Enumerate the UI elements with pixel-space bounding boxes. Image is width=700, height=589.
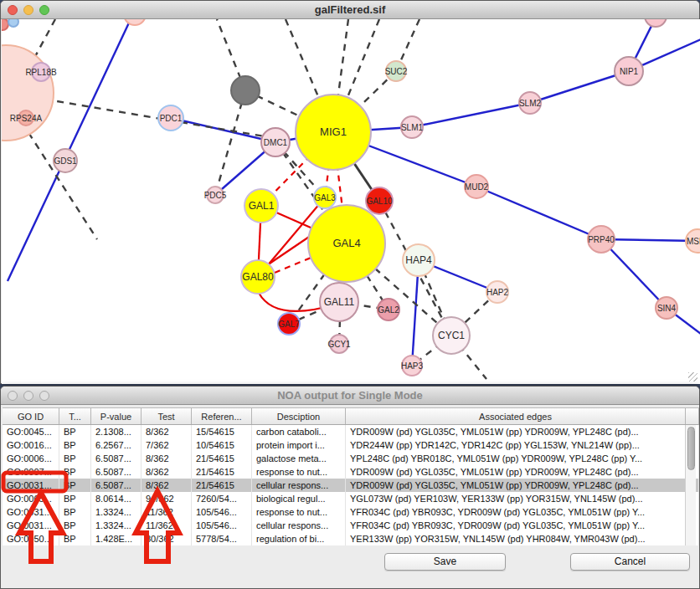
table-cell: GO:0031... [3, 479, 59, 492]
results-table-header: GO IDT...P-valueTestReferen...Desciption… [3, 407, 699, 425]
table-row[interactable]: GO:0006...BP6.5087...8/36221/54615galact… [3, 452, 699, 465]
node-label-GAL7: GAL7 [278, 320, 300, 329]
table-row[interactable]: GO:0031...BP1.3324...11/362105/546...res… [3, 505, 699, 519]
node-label-GAL10: GAL10 [366, 197, 393, 206]
node-unlabeled[interactable] [2, 45, 54, 141]
table-cell: GO:0006... [3, 452, 59, 465]
node-label-GCY1: GCY1 [327, 340, 351, 349]
table-cell: GO:0016... [3, 438, 59, 452]
edge-pp[interactable] [530, 71, 629, 103]
table-cell: 6.5087... [91, 465, 142, 479]
table-cell: 8/362 [142, 479, 192, 492]
noa-output-window: NOA output for Single Mode GO IDT...P-va… [0, 386, 700, 589]
node-label-SUC2: SUC2 [385, 67, 408, 76]
table-cell: 1.3324... [91, 519, 142, 532]
table-cell: BP [59, 492, 91, 505]
table-cell: BP [59, 438, 91, 452]
table-cell: cellular respons... [252, 519, 346, 532]
table-row[interactable]: GO:0007...BP6.5087...8/36221/54615respon… [3, 465, 699, 479]
column-header-Test[interactable]: Test [142, 408, 192, 424]
edge-pp[interactable] [476, 187, 601, 239]
column-header-Desciption[interactable]: Desciption [252, 408, 346, 424]
node-label-NIP1: NIP1 [620, 67, 639, 76]
table-row[interactable]: GO:0016...BP6.2567...7/36210/54615protei… [3, 438, 699, 452]
table-cell: 94/362 [142, 492, 192, 505]
column-header-scroll[interactable] [686, 408, 699, 424]
table-cell: 8/362 [142, 465, 192, 479]
column-header-T...[interactable]: T... [59, 408, 91, 424]
table-cell: YFR034C (pd) YBR093C, YDR009W (pd) YGL03… [346, 519, 686, 532]
table-cell: 80/362 [142, 532, 192, 545]
node-label-PDC5: PDC5 [204, 191, 227, 200]
edge-pp[interactable] [601, 239, 697, 241]
table-cell: carbon cataboli... [252, 425, 346, 438]
table-row[interactable]: GO:0031...BP6.5087...8/36221/54615cellul… [3, 479, 699, 492]
table-cell: BP [59, 452, 91, 465]
node-label-MUD2: MUD2 [465, 182, 489, 192]
table-cell: biological regul... [252, 492, 346, 505]
node-label-SLM1: SLM1 [401, 123, 424, 132]
node-unlabeled[interactable] [231, 76, 260, 105]
table-cell: 2.1308... [91, 425, 142, 438]
cancel-button[interactable]: Cancel [570, 553, 690, 571]
node-label-PRP40: PRP40 [588, 235, 615, 244]
table-cell: YER133W (pp) YOR315W, YNL145W (pd) YHR08… [346, 532, 686, 545]
results-table: GO:0045...BP2.1308...8/36215/54615carbon… [3, 425, 699, 545]
table-cell: YDR244W (pp) YDR142C, YDR142C (pp) YGL15… [346, 438, 686, 452]
node-label-GAL3: GAL3 [314, 193, 336, 202]
column-header-P-value[interactable]: P-value [91, 408, 142, 424]
table-cell: YPL248C (pd) YBR018C, YML051W (pp) YDR00… [346, 452, 686, 465]
table-cell: GO:0007... [3, 465, 59, 479]
table-cell: 1.428E... [91, 532, 142, 545]
node-label-GAL2: GAL2 [378, 305, 399, 315]
table-cell: BP [59, 519, 91, 532]
table-cell: BP [59, 425, 91, 438]
table-row[interactable]: GO:0045...BP2.1308...8/36215/54615carbon… [3, 425, 699, 438]
node-unlabeled[interactable] [8, 19, 18, 27]
edge-pp[interactable] [412, 103, 530, 127]
noa-window-title: NOA output for Single Mode [1, 389, 699, 402]
resize-grip-icon[interactable] [688, 372, 697, 382]
table-cell: YDR009W (pd) YGL035C, YML051W (pp) YDR00… [346, 465, 686, 479]
column-header-Referen...[interactable]: Referen... [192, 408, 252, 424]
table-cell: 21/54615 [192, 465, 252, 479]
column-header-GO ID[interactable]: GO ID [3, 408, 59, 424]
table-cell: YDR009W (pd) YGL035C, YML051W (pp) YDR00… [346, 425, 686, 438]
noa-window-titlebar[interactable]: NOA output for Single Mode [1, 387, 699, 405]
network-window: galFiltered.sif MIG1GAL4CYC1RPL18BRPS24A… [0, 0, 700, 384]
table-row[interactable]: GO:0031...BP1.3324...11/362105/546...cel… [3, 519, 699, 532]
save-button[interactable]: Save [384, 553, 506, 571]
table-cell: response to nut... [252, 505, 346, 519]
network-window-title: galFiltered.sif [1, 3, 699, 16]
column-header-Associated edges[interactable]: Associated edges [346, 408, 686, 424]
network-window-titlebar[interactable]: galFiltered.sif [1, 1, 699, 19]
table-cell: GO:0065... [3, 492, 59, 505]
network-canvas[interactable]: MIG1GAL4CYC1RPL18BRPS24AGDS1PDC1PDC5DMC1… [2, 19, 700, 384]
edge-pd[interactable] [33, 19, 55, 61]
table-cell: 105/546... [192, 505, 252, 519]
table-scrollbar[interactable] [685, 425, 696, 545]
table-scrollbar-thumb[interactable] [687, 427, 695, 470]
table-cell: BP [59, 532, 91, 545]
table-cell: GO:0031... [3, 505, 59, 519]
network-svg: MIG1GAL4CYC1RPL18BRPS24AGDS1PDC1PDC5DMC1… [2, 19, 700, 384]
table-cell: BP [59, 465, 91, 479]
node-label-GAL4: GAL4 [332, 237, 360, 249]
table-row[interactable]: GO:0050...BP1.428E...80/3625778/54...reg… [3, 532, 699, 545]
node-label-MSL5: MSL5 [687, 237, 700, 246]
edge-pd[interactable] [215, 90, 245, 195]
edge-pd[interactable] [22, 122, 97, 239]
table-cell: 8.0614... [91, 492, 142, 505]
table-row[interactable]: GO:0065...BP8.0614...94/3627260/54...bio… [3, 492, 699, 505]
table-cell: response to nut... [252, 465, 346, 479]
table-cell: 6.2567... [91, 438, 142, 452]
table-cell: 105/546... [192, 519, 252, 532]
table-cell: 6.5087... [91, 479, 142, 492]
table-cell: regulation of bi... [252, 532, 346, 545]
table-cell: BP [59, 479, 91, 492]
node-label-SLM2: SLM2 [519, 99, 542, 108]
table-cell: GO:0031... [3, 519, 59, 532]
node-unlabeled[interactable] [645, 19, 667, 27]
node-unlabeled[interactable] [2, 19, 8, 30]
table-cell: 21/54615 [192, 479, 252, 492]
